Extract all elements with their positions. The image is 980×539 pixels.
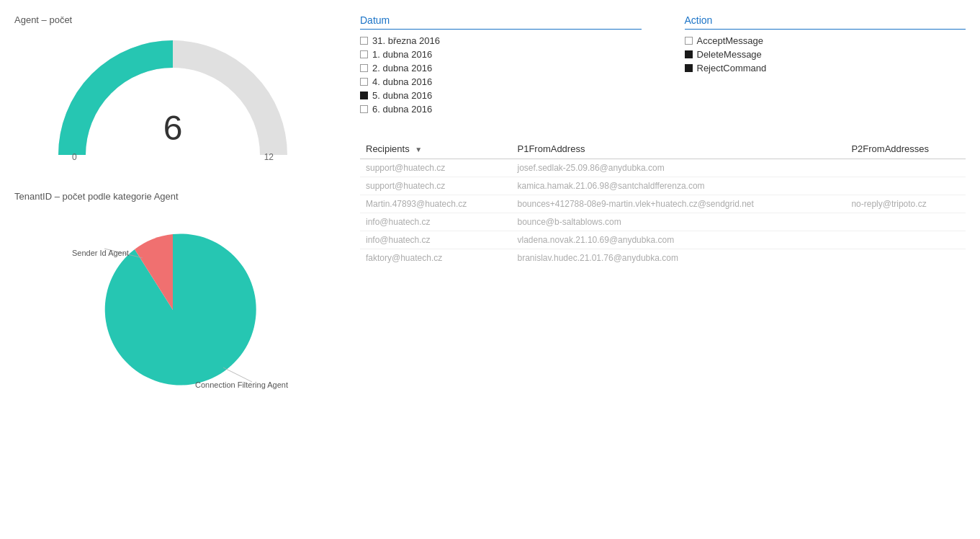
pie-container: Sender Id Agent Connection Filtering Age…	[50, 209, 295, 396]
datum-filter-item-2[interactable]: 2. dubna 2016	[360, 63, 642, 74]
col-p2from: P2FromAddresses	[845, 139, 966, 159]
pie-label-connection: Connection Filtering Agent	[195, 380, 288, 389]
action-checkbox-2[interactable]	[685, 64, 693, 72]
data-table: Recipients ▼ P1FromAddress P2FromAddress…	[360, 139, 966, 267]
datum-label-5: 6. dubna 2016	[372, 104, 432, 115]
pie-label-sender: Sender Id Agent	[72, 249, 129, 257]
cell-recipients-2: Martin.47893@huatech.cz	[360, 195, 511, 213]
table-row: Martin.47893@huatech.czbounces+412788-08…	[360, 195, 966, 213]
col-recipients-label: Recipients	[366, 143, 410, 154]
table-row: info@huatech.czvladena.novak.21.10.69@an…	[360, 231, 966, 249]
table-row: support@huatech.czkamica.hamak.21.06.98@…	[360, 177, 966, 195]
cell-p1from-0: josef.sedlak-25.09.86@anydubka.com	[511, 159, 845, 177]
action-filter-item-2[interactable]: RejectCommand	[685, 63, 966, 74]
filter-group-datum: Datum 31. března 20161. dubna 20162. dub…	[360, 14, 642, 117]
cell-p1from-3: bounce@b-saltablows.com	[511, 213, 845, 231]
filter-group-action: Action AcceptMessageDeleteMessageRejectC…	[685, 14, 966, 117]
action-filter-item-0[interactable]: AcceptMessage	[685, 35, 966, 46]
cell-recipients-0: support@huatech.cz	[360, 159, 511, 177]
cell-p1from-1: kamica.hamak.21.06.98@santchaldfferenza.…	[511, 177, 845, 195]
col-recipients[interactable]: Recipients ▼	[360, 139, 511, 159]
table-row: faktory@huatech.czbranislav.hudec.21.01.…	[360, 249, 966, 267]
gauge-min: 0	[72, 152, 77, 162]
col-p1from: P1FromAddress	[511, 139, 845, 159]
datum-items: 31. března 20161. dubna 20162. dubna 201…	[360, 35, 642, 115]
table-header-row: Recipients ▼ P1FromAddress P2FromAddress…	[360, 139, 966, 159]
pie-line-connection	[223, 368, 252, 382]
action-label-1: DeleteMessage	[697, 49, 762, 60]
col-p1from-label: P1FromAddress	[517, 143, 585, 154]
datum-filter-item-3[interactable]: 4. dubna 2016	[360, 76, 642, 87]
table-body: support@huatech.czjosef.sedlak-25.09.86@…	[360, 159, 966, 267]
action-checkbox-0[interactable]	[685, 37, 693, 45]
action-label-0: AcceptMessage	[697, 35, 764, 46]
cell-recipients-3: info@huatech.cz	[360, 213, 511, 231]
right-panel: Datum 31. března 20161. dubna 20162. dub…	[346, 14, 966, 525]
cell-p2from-0	[845, 159, 966, 177]
cell-p1from-2: bounces+412788-08e9-martin.vlek+huatech.…	[511, 195, 845, 213]
datum-label-0: 31. března 2016	[372, 35, 440, 46]
datum-checkbox-5[interactable]	[360, 105, 368, 113]
cell-recipients-4: info@huatech.cz	[360, 231, 511, 249]
cell-p2from-5	[845, 249, 966, 267]
page: Agent – počet 6 0 12 TenantID – počet po…	[0, 0, 980, 539]
cell-p2from-2: no-reply@tripoto.cz	[845, 195, 966, 213]
datum-checkbox-0[interactable]	[360, 37, 368, 45]
table-row: info@huatech.czbounce@b-saltablows.com	[360, 213, 966, 231]
action-items: AcceptMessageDeleteMessageRejectCommand	[685, 35, 966, 74]
datum-filter-item-5[interactable]: 6. dubna 2016	[360, 104, 642, 115]
action-filter-item-1[interactable]: DeleteMessage	[685, 49, 966, 60]
datum-checkbox-4[interactable]	[360, 92, 368, 99]
left-panel: Agent – počet 6 0 12 TenantID – počet po…	[14, 14, 346, 525]
sort-icon-recipients: ▼	[415, 146, 422, 153]
col-p2from-label: P2FromAddresses	[851, 143, 929, 154]
cell-p2from-1	[845, 177, 966, 195]
datum-filter-item-4[interactable]: 5. dubna 2016	[360, 90, 642, 101]
cell-p1from-4: vladena.novak.21.10.69@anydubka.com	[511, 231, 845, 249]
action-checkbox-1[interactable]	[685, 50, 693, 58]
cell-p2from-4	[845, 231, 966, 249]
gauge-value: 6	[163, 108, 183, 148]
datum-label-1: 1. dubna 2016	[372, 49, 432, 60]
gauge-max: 12	[264, 152, 274, 162]
datum-filter-item-1[interactable]: 1. dubna 2016	[360, 49, 642, 60]
gauge-title: Agent – počet	[14, 14, 331, 25]
action-filter-title: Action	[685, 14, 966, 30]
datum-label-3: 4. dubna 2016	[372, 76, 432, 87]
pie-svg	[65, 209, 281, 396]
pie-title: TenantID – počet podle kategorie Agent	[14, 191, 331, 202]
datum-filter-item-0[interactable]: 31. března 2016	[360, 35, 642, 46]
table-row: support@huatech.czjosef.sedlak-25.09.86@…	[360, 159, 966, 177]
cell-recipients-5: faktory@huatech.cz	[360, 249, 511, 267]
cell-recipients-1: support@huatech.cz	[360, 177, 511, 195]
cell-p2from-3	[845, 213, 966, 231]
datum-label-2: 2. dubna 2016	[372, 63, 432, 74]
datum-checkbox-1[interactable]	[360, 50, 368, 58]
datum-label-4: 5. dubna 2016	[372, 90, 432, 101]
cell-p1from-5: branislav.hudec.21.01.76@anydubka.com	[511, 249, 845, 267]
table-header: Recipients ▼ P1FromAddress P2FromAddress…	[360, 139, 966, 159]
datum-filter-title: Datum	[360, 14, 642, 30]
gauge-container: 6 0 12	[50, 32, 295, 169]
datum-checkbox-2[interactable]	[360, 64, 368, 72]
gauge-svg	[50, 32, 295, 169]
filters-row: Datum 31. března 20161. dubna 20162. dub…	[360, 14, 966, 117]
datum-checkbox-3[interactable]	[360, 78, 368, 86]
action-label-2: RejectCommand	[697, 63, 767, 74]
